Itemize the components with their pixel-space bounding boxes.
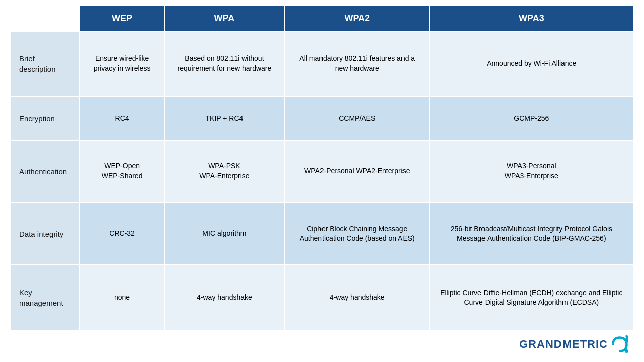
row-cell: CRC-32 <box>80 203 164 265</box>
row-cell: WPA3-Personal WPA3-Enterprise <box>430 140 633 203</box>
table-row: Data integrityCRC-32MIC algorithmCipher … <box>11 203 633 265</box>
row-cell: Cipher Block Chaining Message Authentica… <box>285 203 430 265</box>
row-cell: none <box>80 265 164 330</box>
header-col-empty <box>11 6 80 31</box>
row-cell: All mandatory 802.11i features and a new… <box>285 31 430 97</box>
row-label: Brief description <box>11 31 80 97</box>
row-label: Authentication <box>11 140 80 203</box>
row-cell: 4-way handshake <box>164 265 285 330</box>
page-wrapper: WEP WPA WPA2 WPA3 Brief descriptionEnsur… <box>0 0 644 362</box>
header-col-wep: WEP <box>80 6 164 31</box>
row-cell: MIC algorithm <box>164 203 285 265</box>
logo-text: GRANDMETRIC <box>519 338 608 351</box>
row-cell: WPA-PSK WPA-Enterprise <box>164 140 285 203</box>
svg-point-0 <box>625 349 628 353</box>
logo-row: GRANDMETRIC <box>10 331 634 357</box>
row-cell: Ensure wired-like privacy in wireless <box>80 31 164 97</box>
row-cell: Elliptic Curve Diffie-Hellman (ECDH) exc… <box>430 265 633 330</box>
table-row: EncryptionRC4TKIP + RC4CCMP/AESGCMP-256 <box>11 97 633 140</box>
row-label: Data integrity <box>11 203 80 265</box>
row-cell: 256-bit Broadcast/Multicast Integrity Pr… <box>430 203 633 265</box>
table-row: AuthenticationWEP-Open WEP-SharedWPA-PSK… <box>11 140 633 203</box>
table-row: Brief descriptionEnsure wired-like priva… <box>11 31 633 97</box>
row-cell: WPA2-Personal WPA2-Enterprise <box>285 140 430 203</box>
header-row: WEP WPA WPA2 WPA3 <box>11 6 633 31</box>
comparison-table: WEP WPA WPA2 WPA3 Brief descriptionEnsur… <box>10 5 634 331</box>
row-cell: WEP-Open WEP-Shared <box>80 140 164 203</box>
logo-icon <box>611 335 629 353</box>
table-row: Key managementnone4-way handshake4-way h… <box>11 265 633 330</box>
comparison-table-container: WEP WPA WPA2 WPA3 Brief descriptionEnsur… <box>10 5 634 331</box>
row-cell: Based on 802.11i without requirement for… <box>164 31 285 97</box>
row-label: Key management <box>11 265 80 330</box>
row-cell: Announced by Wi-Fi Alliance <box>430 31 633 97</box>
header-col-wpa: WPA <box>164 6 285 31</box>
row-cell: 4-way handshake <box>285 265 430 330</box>
header-col-wpa2: WPA2 <box>285 6 430 31</box>
row-cell: RC4 <box>80 97 164 140</box>
row-label: Encryption <box>11 97 80 140</box>
row-cell: CCMP/AES <box>285 97 430 140</box>
header-col-wpa3: WPA3 <box>430 6 633 31</box>
row-cell: TKIP + RC4 <box>164 97 285 140</box>
row-cell: GCMP-256 <box>430 97 633 140</box>
